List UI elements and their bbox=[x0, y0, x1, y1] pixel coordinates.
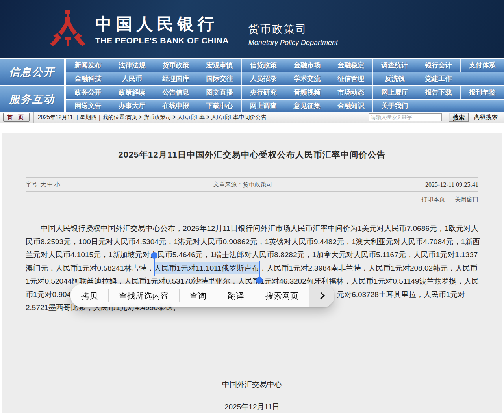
nav-item[interactable]: 网送文告 bbox=[66, 100, 110, 112]
nav-item[interactable]: 国际交往 bbox=[198, 72, 241, 85]
bank-name-cn: 中国人民银行 bbox=[95, 13, 229, 35]
close-window-link[interactable]: 关闭窗口 bbox=[455, 196, 478, 203]
font-size-large-button[interactable]: 大 bbox=[40, 181, 46, 188]
body-text: 元对6.03728土耳其里拉，人民币1元对 bbox=[337, 290, 465, 299]
nav-item[interactable]: 网上展厅 bbox=[372, 86, 416, 99]
nav-item[interactable]: 报刊年鉴 bbox=[460, 86, 504, 99]
selection-menu-item[interactable]: 查找所选内容 bbox=[108, 284, 179, 307]
nav-item[interactable]: 新闻发布 bbox=[66, 59, 110, 72]
nav-item[interactable]: 党建工作 bbox=[417, 72, 460, 85]
nav-item[interactable]: 政务公开 bbox=[66, 86, 110, 99]
nav-section-label-services[interactable]: 服务互动 bbox=[0, 86, 64, 112]
nav-item[interactable]: 支付体系 bbox=[460, 59, 504, 72]
body-line-with-selection: 澳门元，人民币1元对0.58241林吉特，人民币1元对11.1011俄罗斯卢布，… bbox=[26, 262, 478, 275]
selection-start-caret bbox=[154, 258, 155, 276]
nav-item[interactable]: 音频视频 bbox=[285, 86, 329, 99]
font-size-label: 字号 bbox=[26, 181, 37, 188]
breadcrumb-bar: 首 页 2025年12月11日 星期四 | 我的位置:首页 > 货币政策司 > … bbox=[0, 112, 504, 123]
nav-item[interactable]: 市场动态 bbox=[329, 86, 372, 99]
selection-menu-item[interactable]: 查询 bbox=[179, 284, 217, 307]
nav-item[interactable]: 调查统计 bbox=[372, 59, 416, 72]
nav-item[interactable]: 意见征集 bbox=[285, 100, 329, 112]
nav-item[interactable]: 宏观审慎 bbox=[198, 59, 241, 72]
nav-item[interactable]: 信贷政策 bbox=[241, 59, 285, 72]
search-button[interactable]: 搜索 bbox=[449, 113, 469, 122]
home-button[interactable]: 首 页 bbox=[3, 113, 30, 122]
nav-item[interactable]: 法律法规 bbox=[110, 59, 154, 72]
nav-item[interactable]: 关于我们 bbox=[372, 100, 416, 112]
nav-item[interactable]: 人员招录 bbox=[241, 72, 285, 85]
nav-item[interactable]: 政策解读 bbox=[110, 86, 154, 99]
nav-item[interactable]: 反洗钱 bbox=[372, 72, 416, 85]
selection-start-handle[interactable] bbox=[151, 252, 158, 259]
current-date: 2025年12月11日 星期四 bbox=[38, 114, 96, 121]
site-header: 中国人民银行 THE PEOPLE'S BANK OF CHINA 货币政策司 … bbox=[0, 0, 504, 58]
article-source: 文章来源：货币政策司 bbox=[60, 181, 425, 188]
search-input[interactable] bbox=[369, 113, 442, 121]
page-title: 2025年12月11日中国外汇交易中心受权公布人民币汇率中间价公告 bbox=[2, 149, 502, 161]
print-page-link[interactable]: 打印本页 bbox=[422, 196, 445, 203]
nav-row-2: 金融科技人民币经理国库国际交往人员招录学术交流征信管理反洗钱党建工作 bbox=[66, 72, 504, 85]
nav-section-label-info[interactable]: 信息公开 bbox=[0, 59, 64, 85]
nav-item[interactable]: 银行会计 bbox=[417, 59, 460, 72]
nav-section-information: 信息公开 新闻发布法律法规货币政策宏观审慎信贷政策金融市场金融稳定调查统计银行会… bbox=[0, 59, 504, 85]
nav-item[interactable]: 金融市场 bbox=[285, 59, 329, 72]
nav-item[interactable]: 报告下载 bbox=[417, 86, 460, 99]
body-line: 民币8.2593元，100日元对人民币4.5304元，1港元对人民币0.9086… bbox=[26, 235, 478, 249]
nav-section-services: 服务互动 政务公开政策解读公告信息图文直播央行研究音频视频市场动态网上展厅报告下… bbox=[0, 86, 504, 112]
pboc-logo-icon bbox=[46, 9, 90, 49]
nav-item[interactable]: 图文直播 bbox=[198, 86, 241, 99]
selection-text: 人民币1元对11.1011俄罗斯卢布 bbox=[154, 264, 259, 272]
selection-menu-item[interactable]: 拷贝 bbox=[70, 284, 108, 307]
nav-item[interactable]: 公告信息 bbox=[154, 86, 197, 99]
selection-menu-item[interactable]: 搜索网页 bbox=[255, 284, 309, 307]
page-actions: 打印本页 关闭窗口 bbox=[26, 196, 478, 203]
page: 中国人民银行 THE PEOPLE'S BANK OF CHINA 货币政策司 … bbox=[0, 0, 504, 420]
department-block: 货币政策司 Monetary Policy Department bbox=[240, 22, 338, 47]
nav-item[interactable]: 下载中心 bbox=[198, 100, 241, 112]
body-line: 兰元对人民币4.1015元，1新加坡元对人民币5.4646元，1瑞士法郎对人民币… bbox=[26, 248, 478, 262]
selection-menu-item[interactable]: 翻译 bbox=[217, 284, 255, 307]
nav-item[interactable]: 金融科技 bbox=[66, 72, 110, 85]
text-selection-menu: 拷贝查找所选内容查询翻译搜索网页 bbox=[70, 284, 334, 307]
signature-organization: 中国外汇交易中心 bbox=[2, 379, 502, 390]
nav-item[interactable]: 人民币 bbox=[110, 72, 154, 85]
selected-text[interactable]: 人民币1元对11.1011俄罗斯卢布 bbox=[154, 262, 259, 274]
signature-date: 2025年12月11日 bbox=[2, 402, 502, 412]
font-size-small-button[interactable]: 小 bbox=[54, 181, 60, 188]
divider bbox=[33, 112, 34, 123]
advanced-search-link[interactable]: 高级搜索 bbox=[474, 113, 498, 121]
nav-item[interactable]: 学术交流 bbox=[285, 72, 329, 85]
article-card: 2025年12月11日中国外汇交易中心受权公布人民币汇率中间价公告 字号 大 中… bbox=[2, 133, 502, 413]
nav-item[interactable]: 办事大厅 bbox=[110, 100, 154, 112]
nav-item[interactable]: 央行研究 bbox=[241, 86, 285, 99]
body-text: ，人民币1元对2.3984南非兰特，人民币1元对208.02韩元，人民币 bbox=[259, 264, 478, 272]
article-timestamp: 2025-12-11 09:25:41 bbox=[425, 181, 478, 188]
selection-end-caret bbox=[259, 261, 260, 277]
font-size-medium-button[interactable]: 中 bbox=[47, 181, 53, 188]
nav-item[interactable]: 网上调查 bbox=[241, 100, 285, 112]
department-name-cn: 货币政策司 bbox=[248, 22, 338, 36]
nav-item[interactable]: 金融知识 bbox=[329, 100, 372, 112]
menu-more-button[interactable] bbox=[309, 284, 334, 307]
bank-title-block: 中国人民银行 THE PEOPLE'S BANK OF CHINA bbox=[95, 13, 229, 45]
bank-name-en: THE PEOPLE'S BANK OF CHINA bbox=[95, 36, 229, 45]
department-name-en: Monetary Policy Department bbox=[248, 39, 338, 47]
separator: | bbox=[99, 114, 100, 121]
chevron-right-icon bbox=[317, 292, 324, 299]
body-line: 中国人民银行授权中国外汇交易中心公布，2025年12月11日银行间外汇市场人民币… bbox=[26, 222, 478, 235]
body-text: 澳门元，人民币1元对0.58241林吉特， bbox=[26, 264, 154, 272]
nav-item[interactable]: 金融稳定 bbox=[329, 59, 372, 72]
nav-item[interactable]: 征信管理 bbox=[329, 72, 372, 85]
menu-items: 拷贝查找所选内容查询翻译搜索网页 bbox=[70, 284, 309, 307]
nav-row-3: 政务公开政策解读公告信息图文直播央行研究音频视频市场动态网上展厅报告下载报刊年鉴 bbox=[66, 86, 504, 99]
nav-item[interactable]: 货币政策 bbox=[154, 59, 197, 72]
nav-row-4: 网送文告办事大厅在线申报下载中心网上调查意见征集金融知识关于我们 bbox=[66, 100, 504, 112]
main-navigation: 信息公开 新闻发布法律法规货币政策宏观审慎信贷政策金融市场金融稳定调查统计银行会… bbox=[0, 58, 504, 112]
article-meta-bar: 字号 大 中 小 文章来源：货币政策司 2025-12-11 09:25:41 bbox=[26, 177, 478, 192]
nav-row-1: 新闻发布法律法规货币政策宏观审慎信贷政策金融市场金融稳定调查统计银行会计支付体系 bbox=[66, 59, 504, 72]
nav-item[interactable]: 经理国库 bbox=[154, 72, 197, 85]
nav-item[interactable]: 在线申报 bbox=[154, 100, 197, 112]
selection-end-handle[interactable] bbox=[256, 277, 263, 284]
breadcrumb: 我的位置:首页 > 货币政策司 > 人民币汇率 > 人民币汇率中间价公告 bbox=[103, 114, 267, 121]
